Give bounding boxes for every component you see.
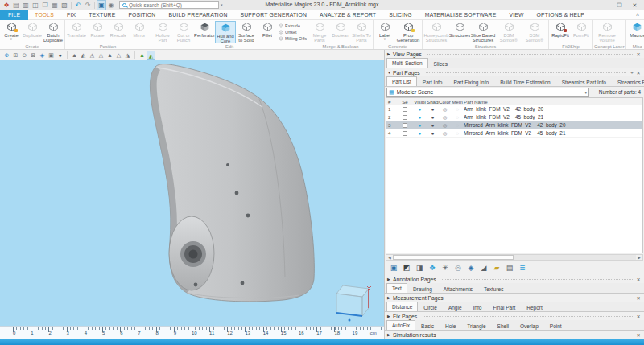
tab-fix[interactable]: FIX: [60, 10, 82, 20]
fix-pages-header[interactable]: ▶ Fix Pages ✕: [385, 312, 644, 320]
tab-hole[interactable]: Hole: [440, 321, 461, 330]
col-color[interactable]: Color: [439, 99, 451, 105]
col-select[interactable]: Se: [397, 99, 413, 105]
visible-icon[interactable]: ●: [413, 123, 427, 128]
part-name[interactable]: Mirrored_Arm_klink_FDM_V2__45_body_21: [464, 130, 642, 136]
batch-duplicate-button[interactable]: Batch Duplicate: [43, 21, 64, 43]
expand-arrow-icon[interactable]: ▶: [387, 332, 393, 337]
table-row[interactable]: 1 ● ● ◎ ◌ Arm_klink_FDM_V2__42_body_20: [386, 105, 642, 113]
tab-streamics-part-tags[interactable]: Streamics Part Tags: [612, 77, 644, 86]
prop-generation-button[interactable]: Prop Generation: [395, 21, 421, 43]
duplicate-part-icon[interactable]: ◨: [413, 261, 426, 274]
scene-selector[interactable]: ▦ Modeler Scene ▾: [386, 88, 589, 97]
tab-analyze-report[interactable]: ANALYZE & REPORT: [313, 10, 382, 20]
tab-angle[interactable]: Angle: [443, 302, 468, 311]
tab-tools[interactable]: TOOLS: [28, 10, 60, 20]
stack-tool-icon[interactable]: ▤: [503, 261, 516, 274]
tab-attachments[interactable]: Attachments: [438, 284, 478, 293]
tab-part-info[interactable]: Part Info: [417, 77, 448, 86]
col-mem[interactable]: Mem: [451, 99, 464, 105]
perforator-button[interactable]: Perforator: [194, 21, 215, 43]
close-icon[interactable]: ✕: [635, 295, 642, 301]
redo-icon[interactable]: ↷: [83, 1, 93, 10]
scroll-left-icon[interactable]: ◀: [386, 256, 393, 260]
unmark-triangle-icon[interactable]: △: [97, 51, 105, 60]
mark-shell-icon[interactable]: ▲: [105, 51, 114, 60]
mark-window-icon[interactable]: ◭: [79, 51, 88, 60]
rescale-button[interactable]: Rescale: [108, 21, 129, 43]
simulation-results-header[interactable]: ▶ Simulation results ✕: [385, 331, 644, 339]
tab-options-help[interactable]: OPTIONS & HELP: [530, 10, 591, 20]
zoom-out-icon[interactable]: ⊖: [20, 51, 29, 60]
color-icon[interactable]: ◎: [439, 114, 451, 120]
col-shading[interactable]: Shadi: [427, 99, 439, 105]
hull-and-core-button[interactable]: Hull and Core: [215, 21, 236, 43]
part-pages-header[interactable]: ▼ Part Pages + ✕: [385, 68, 644, 76]
tab-build-preparation[interactable]: BUILD PREPARATION: [162, 10, 233, 20]
part-model[interactable]: [150, 64, 314, 302]
translate-button[interactable]: Translate: [66, 21, 87, 43]
close-icon[interactable]: ✕: [635, 70, 642, 76]
search-dropdown-icon[interactable]: ▾: [221, 2, 223, 7]
scene-gear-icon[interactable]: ✳: [439, 261, 452, 274]
tab-triangle[interactable]: Triangle: [461, 321, 491, 330]
tab-textures[interactable]: Textures: [478, 284, 510, 293]
mark-brush-icon[interactable]: ◮: [123, 51, 132, 60]
select-checkbox[interactable]: [402, 131, 407, 136]
open-project-icon[interactable]: ▥: [21, 1, 31, 10]
shells-to-parts-button[interactable]: Shells To Parts: [351, 21, 372, 43]
color-icon[interactable]: ◎: [439, 106, 451, 112]
shading-icon[interactable]: ●: [427, 107, 439, 112]
tab-file[interactable]: FILE: [0, 10, 28, 20]
sphere-tool-icon[interactable]: ◎: [452, 261, 464, 274]
scrollbar-track[interactable]: [393, 255, 636, 260]
search-input[interactable]: [129, 2, 216, 8]
tab-autofix[interactable]: AutoFix: [386, 320, 415, 330]
mark-through-icon[interactable]: ◭: [147, 51, 155, 60]
dsm-somos-tetrashell-button[interactable]: DSM Somos® TetraShell™: [496, 21, 522, 43]
close-icon[interactable]: ✕: [635, 277, 642, 282]
tab-multi-section[interactable]: Multi-Section: [386, 58, 428, 68]
surface-to-solid-button[interactable]: Surface to Solid: [236, 21, 257, 43]
tab-circle[interactable]: Circle: [418, 302, 443, 311]
fillet-button[interactable]: Fillet: [257, 21, 278, 43]
tab-position[interactable]: POSITION: [122, 10, 162, 20]
cut-or-punch-button[interactable]: Cut or Punch: [173, 21, 194, 43]
structures-button[interactable]: Structures: [449, 21, 470, 43]
create-button[interactable]: Create ▾: [1, 21, 22, 43]
merge-parts-button[interactable]: Merge Parts: [309, 21, 330, 43]
col-number[interactable]: #: [386, 99, 397, 105]
close-icon[interactable]: ✕: [635, 332, 642, 338]
duplicate-button[interactable]: Duplicate: [22, 21, 43, 43]
zoom-window-icon[interactable]: ⊞: [11, 51, 20, 60]
tab-final-part[interactable]: Final Part: [487, 302, 521, 311]
mirror-button[interactable]: Mirror: [129, 21, 150, 43]
tab-point[interactable]: Point: [544, 321, 568, 330]
part-name[interactable]: Arm_klink_FDM_V2__42_body_20: [464, 106, 642, 112]
toggle-view-icon[interactable]: ▣: [97, 0, 106, 10]
visible-icon[interactable]: ●: [413, 107, 427, 112]
macros-button[interactable]: Macros: [627, 21, 644, 43]
tab-drawing[interactable]: Drawing: [407, 284, 438, 293]
close-icon[interactable]: ✕: [635, 314, 642, 319]
undo-icon[interactable]: ↶: [73, 1, 83, 10]
tab-build-time-estimation[interactable]: Build Time Estimation: [494, 77, 556, 86]
tab-text[interactable]: Text: [386, 283, 407, 293]
scroll-right-icon[interactable]: ▶: [636, 256, 642, 260]
tab-report[interactable]: Report: [521, 302, 548, 311]
tab-basic[interactable]: Basic: [415, 321, 440, 330]
orientation-cube[interactable]: [336, 285, 371, 322]
rapidfit-button[interactable]: RapidFit: [550, 21, 571, 43]
formfit-button[interactable]: FormFit: [571, 21, 592, 43]
quick-search-box[interactable]: [119, 1, 219, 9]
unmark-window-icon[interactable]: △: [114, 51, 123, 60]
3d-viewport[interactable]: [0, 60, 384, 326]
shading-icon[interactable]: ●: [427, 115, 439, 120]
slice-based-structures-button[interactable]: Slice Based Structures: [470, 21, 496, 43]
horizontal-scrollbar[interactable]: ◀ ▶: [386, 254, 643, 261]
machine-setup-icon[interactable]: ❖: [426, 261, 439, 274]
rotate-button[interactable]: Rotate: [87, 21, 108, 43]
extrude-button[interactable]: Extrude: [278, 23, 307, 29]
color-icon[interactable]: ◎: [439, 130, 451, 136]
colored-parts-icon[interactable]: ◈: [464, 261, 477, 274]
